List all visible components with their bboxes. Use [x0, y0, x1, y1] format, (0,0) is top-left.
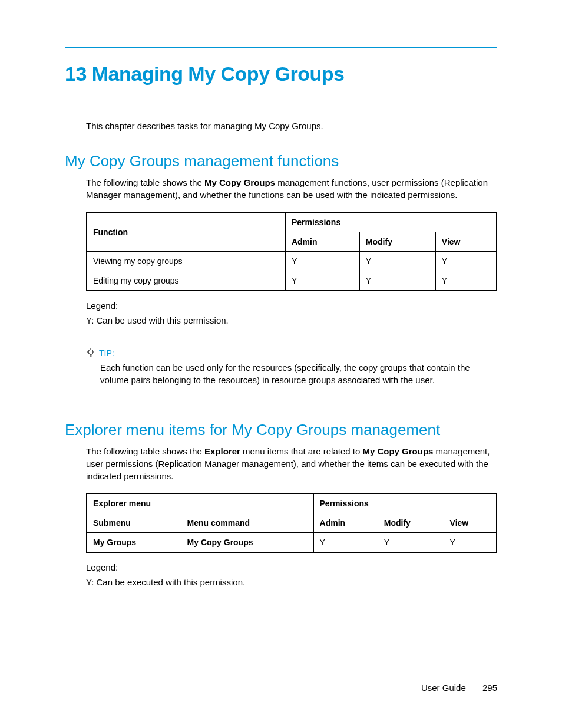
cell-modify: Y [359, 252, 435, 271]
col-function: Function [87, 212, 285, 252]
col-admin: Admin [285, 232, 359, 252]
col-modify: Modify [359, 232, 435, 252]
col-permissions: Permissions [285, 212, 497, 232]
col-view: View [435, 232, 497, 252]
doc-title: User Guide [421, 683, 466, 693]
tip-lightbulb-icon [86, 348, 95, 358]
cell-admin: Y [313, 533, 378, 553]
text: menu items that are related to [240, 446, 363, 456]
cell-admin: Y [285, 252, 359, 271]
col-modify: Modify [378, 513, 444, 533]
section2-title: Explorer menu items for My Copy Groups m… [65, 421, 497, 439]
permissions-table-2: Explorer menu Permissions Submenu Menu c… [86, 493, 497, 553]
col-submenu: Submenu [87, 513, 181, 533]
permissions-table-1: Function Permissions Admin Modify View V… [86, 212, 497, 291]
cell-view: Y [435, 271, 497, 291]
cell-view: Y [435, 252, 497, 271]
page-footer: User Guide 295 [421, 683, 497, 693]
table-row: Viewing my copy groups Y Y Y [87, 252, 497, 271]
table-row: My Groups My Copy Groups Y Y Y [87, 533, 497, 553]
legend-label: Legend: [86, 301, 497, 311]
tip-header: TIP: [86, 348, 497, 358]
section2-paragraph: The following table shows the Explorer m… [86, 445, 497, 482]
top-rule [65, 47, 497, 48]
tip-block: TIP: Each function can be used only for … [86, 340, 497, 397]
legend-label-2: Legend: [86, 562, 497, 572]
cell-fn: Viewing my copy groups [87, 252, 285, 271]
text: The following table shows the [86, 177, 204, 187]
svg-point-0 [88, 350, 93, 354]
bold-text: My Copy Groups [204, 177, 275, 187]
col-view: View [444, 513, 497, 533]
legend-text-2: Y: Can be executed with this permission. [86, 577, 497, 587]
legend-text: Y: Can be used with this permission. [86, 315, 497, 325]
svg-line-6 [88, 350, 89, 350]
page-number: 295 [482, 683, 497, 693]
section1-title: My Copy Groups management functions [65, 152, 497, 170]
cell-admin: Y [285, 271, 359, 291]
col-permissions: Permissions [313, 493, 497, 513]
cell-modify: Y [378, 533, 444, 553]
col-admin: Admin [313, 513, 378, 533]
table-row: Editing my copy groups Y Y Y [87, 271, 497, 291]
cell-command: My Copy Groups [181, 533, 313, 553]
cell-view: Y [444, 533, 497, 553]
chapter-title: 13 Managing My Copy Groups [65, 62, 497, 85]
cell-modify: Y [359, 271, 435, 291]
svg-line-7 [93, 350, 94, 350]
col-command: Menu command [181, 513, 313, 533]
tip-body: Each function can be used only for the r… [100, 361, 497, 386]
col-explorer: Explorer menu [87, 493, 313, 513]
chapter-intro: This chapter describes tasks for managin… [86, 121, 497, 131]
cell-fn: Editing my copy groups [87, 271, 285, 291]
section1-paragraph: The following table shows the My Copy Gr… [86, 176, 497, 201]
document-page: 13 Managing My Copy Groups This chapter … [0, 0, 562, 728]
tip-label: TIP: [99, 348, 114, 358]
bold-text: Explorer [204, 446, 240, 456]
cell-submenu: My Groups [87, 533, 181, 553]
bold-text: My Copy Groups [362, 446, 433, 456]
text: The following table shows the [86, 446, 204, 456]
